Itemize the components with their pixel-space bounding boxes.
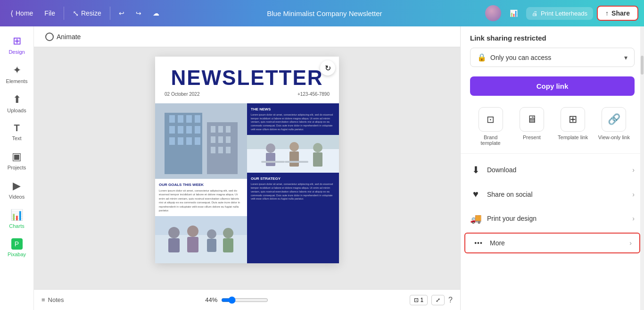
sidebar-item-pixabay[interactable]: P Pixabay — [2, 234, 32, 262]
fullscreen-icon: ⤢ — [436, 297, 440, 303]
lock-icon: 🔒 — [477, 53, 487, 62]
svg-rect-31 — [207, 239, 216, 252]
animate-bar: Animate — [34, 26, 460, 47]
share-option-brand[interactable]: ⊡ Brandtemplate — [472, 107, 510, 146]
download-button[interactable]: ⬇ Download › — [461, 158, 644, 182]
canvas-area: Animate NEWSLETTER 02 October 2022 +123-… — [34, 26, 460, 310]
more-button[interactable]: ••• More › — [464, 233, 640, 253]
fullscreen-button[interactable]: ⤢ — [431, 295, 445, 305]
sidebar-item-charts[interactable]: 📊 Charts — [2, 204, 32, 234]
file-button[interactable]: File — [40, 7, 60, 20]
projects-icon: ▣ — [12, 151, 22, 163]
print-letterheads-button[interactable]: 🖨 Print Letterheads — [526, 7, 593, 20]
svg-point-36 — [266, 143, 275, 153]
resize-button[interactable]: ⤡ Resize — [68, 6, 106, 21]
sidebar-item-design[interactable]: ⊞ Design — [2, 30, 32, 59]
template-link-label: Template link — [558, 134, 588, 140]
home-button[interactable]: ⟨ Home — [6, 6, 38, 21]
undo-button[interactable]: ↩ — [114, 7, 129, 20]
sidebar-item-elements[interactable]: ✦ Elements — [2, 59, 32, 89]
help-button[interactable]: ? — [448, 296, 453, 304]
share-option-present[interactable]: 🖥 Present — [513, 107, 551, 146]
svg-rect-19 — [218, 136, 223, 143]
newsletter-goals: OUR GOALS THIS WEEK Lorem ipsum dolor si… — [155, 179, 247, 216]
redo-button[interactable]: ↪ — [131, 7, 146, 20]
print-chevron-icon: › — [632, 215, 635, 222]
print-icon: 🖨 — [532, 10, 538, 17]
svg-rect-42 — [261, 161, 285, 163]
avatar-image — [485, 5, 501, 21]
svg-rect-4 — [186, 115, 192, 123]
newsletter-header: NEWSLETTER 02 October 2022 +123-456-7890 — [155, 57, 339, 103]
animate-button[interactable]: Animate — [41, 31, 84, 43]
print-design-button[interactable]: 🚚 Print your design › — [461, 206, 644, 231]
notes-button[interactable]: ≡ Notes — [41, 296, 64, 303]
scrollbar-thumb — [641, 56, 644, 75]
charts-icon: 📊 — [10, 209, 23, 221]
nav-right: 📊 🖨 Print Letterheads ↑ Share — [485, 5, 638, 21]
canvas-scroll[interactable]: NEWSLETTER 02 October 2022 +123-456-7890 — [34, 47, 460, 289]
more-icon: ••• — [473, 239, 484, 247]
print-design-icon: 🚚 — [470, 213, 481, 224]
share-button[interactable]: ↑ Share — [597, 6, 638, 21]
strategy-text: Lorem ipsum dolor sit amet, consectetur … — [251, 183, 335, 201]
svg-point-38 — [289, 142, 299, 151]
newsletter-body: OUR GOALS THIS WEEK Lorem ipsum dolor si… — [155, 103, 339, 263]
right-panel: Link sharing restricted 🔒 Only you can a… — [460, 26, 644, 310]
cloud-save-button[interactable]: ☁ — [148, 7, 164, 20]
newsletter-left-col: OUR GOALS THIS WEEK Lorem ipsum dolor si… — [155, 103, 247, 263]
page-controls: ⊡ 1 ⤢ ? — [410, 295, 453, 305]
svg-rect-10 — [169, 137, 175, 145]
document-title: Blue Minimalist Company Newsletter — [166, 9, 483, 17]
building-image — [155, 103, 247, 179]
svg-rect-6 — [169, 126, 175, 134]
share-options-row: ⊡ Brandtemplate 🖥 Present ⊞ Template lin… — [461, 101, 644, 154]
meeting-image — [155, 216, 247, 263]
goals-text: Lorem ipsum dolor sit amet, consectetur … — [159, 189, 243, 212]
panel-header: Link sharing restricted 🔒 Only you can a… — [461, 26, 644, 71]
design-icon: ⊞ — [13, 35, 21, 47]
svg-rect-5 — [195, 115, 200, 123]
svg-rect-27 — [168, 238, 180, 252]
copy-link-button[interactable]: Copy link — [470, 76, 635, 96]
sidebar-item-videos[interactable]: ▶ Videos — [2, 175, 32, 204]
videos-icon: ▶ — [13, 180, 21, 192]
sidebar-item-uploads[interactable]: ⬆ Uploads — [2, 89, 32, 118]
access-label: Only you can access — [490, 54, 620, 61]
view-only-label: View-only link — [598, 134, 630, 140]
share-option-view-only[interactable]: 🔗 View-only link — [595, 107, 633, 146]
strategy-title: OUR STRATEGY — [251, 176, 335, 181]
zoom-slider[interactable] — [221, 296, 268, 304]
main-layout: ⊞ Design ✦ Elements ⬆ Uploads T Text ▣ P… — [0, 26, 644, 310]
newsletter-date: 02 October 2022 — [165, 92, 200, 97]
share-option-template-link[interactable]: ⊞ Template link — [554, 107, 592, 146]
template-link-icon: ⊞ — [561, 107, 585, 132]
sidebar-item-text[interactable]: T Text — [2, 118, 32, 146]
brand-template-icon: ⊡ — [479, 107, 503, 132]
svg-rect-13 — [195, 137, 200, 145]
page-number-button[interactable]: ⊡ 1 — [410, 295, 428, 305]
newsletter-right-col: THE NEWS Lorem ipsum dolor sit amet, con… — [247, 103, 339, 263]
social-button[interactable]: ♥ Share on social › — [461, 182, 644, 206]
svg-rect-33 — [223, 238, 233, 252]
access-dropdown[interactable]: 🔒 Only you can access ▾ — [470, 48, 635, 67]
chevron-down-icon: ▾ — [624, 54, 627, 61]
notes-icon: ≡ — [41, 296, 45, 303]
chart-bar-icon: 📊 — [510, 9, 518, 17]
undo-icon: ↩ — [119, 9, 124, 17]
scrollbar[interactable] — [640, 26, 644, 310]
rotate-icon: ↻ — [325, 64, 331, 73]
svg-rect-3 — [178, 115, 183, 123]
social-label: Share on social — [487, 191, 627, 198]
print-design-label: Print your design — [487, 215, 627, 222]
rotate-button[interactable]: ↻ — [320, 60, 335, 75]
topnav: ⟨ Home File ⤡ Resize ↩ ↪ ☁ Blue Minimali… — [0, 0, 644, 26]
svg-rect-8 — [186, 126, 192, 134]
social-icon: ♥ — [470, 189, 481, 200]
newsletter-meta: 02 October 2022 +123-456-7890 — [165, 90, 330, 99]
chart-icon-btn[interactable]: 📊 — [505, 7, 522, 20]
avatar[interactable] — [485, 5, 501, 21]
svg-rect-21 — [211, 147, 215, 153]
sidebar-item-projects[interactable]: ▣ Projects — [2, 146, 32, 175]
svg-rect-22 — [218, 147, 223, 153]
